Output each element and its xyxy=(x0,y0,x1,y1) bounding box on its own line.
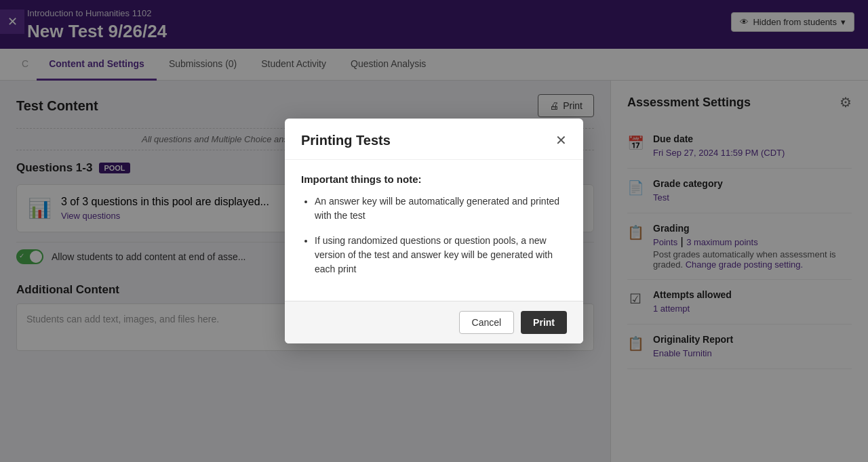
modal-header: Printing Tests ✕ xyxy=(285,119,583,160)
modal-print-button[interactable]: Print xyxy=(521,311,567,334)
printing-tests-modal: Printing Tests ✕ Important things to not… xyxy=(285,119,583,343)
modal-bullet-2: If using randomized questions or questio… xyxy=(315,234,567,276)
modal-footer: Cancel Print xyxy=(285,301,583,343)
modal-close-button[interactable]: ✕ xyxy=(555,132,567,148)
modal-body: Important things to note: An answer key … xyxy=(285,160,583,301)
modal-cancel-button[interactable]: Cancel xyxy=(459,311,515,334)
modal-title: Printing Tests xyxy=(301,133,391,148)
modal-overlay: Printing Tests ✕ Important things to not… xyxy=(0,0,868,462)
modal-bullet-list: An answer key will be automatically gene… xyxy=(301,194,567,276)
modal-heading: Important things to note: xyxy=(301,173,567,185)
modal-bullet-1: An answer key will be automatically gene… xyxy=(315,194,567,223)
